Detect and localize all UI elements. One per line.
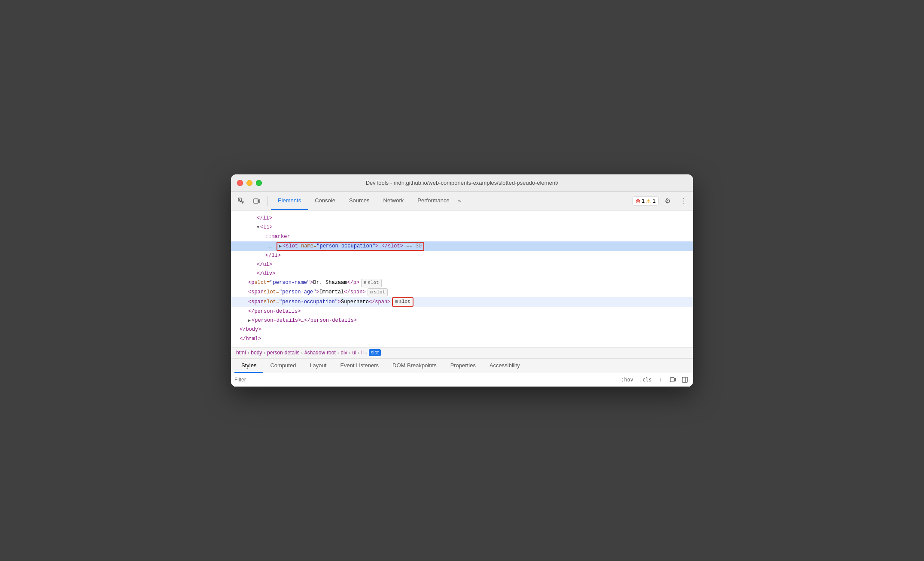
tree-line[interactable]: </body> <box>231 325 693 334</box>
slot-badge-highlighted[interactable]: ⊞ slot <box>392 297 413 307</box>
breadcrumb-body[interactable]: body <box>251 350 262 356</box>
svg-rect-2 <box>258 200 260 202</box>
window-title: DevTools - mdn.github.io/web-components-… <box>366 180 559 186</box>
hov-button[interactable]: :hov <box>619 376 635 384</box>
tree-line[interactable]: </li> <box>231 214 693 223</box>
tree-line[interactable]: </div> <box>231 269 693 278</box>
tree-line[interactable]: </html> <box>231 335 693 344</box>
tab-performance[interactable]: Performance <box>410 192 456 210</box>
traffic-lights <box>237 180 262 186</box>
toolbar-right: ⊗ 1 ⚠ 1 ⚙ ⋮ <box>632 195 690 207</box>
filter-input[interactable] <box>234 377 616 383</box>
dots-button[interactable]: … <box>265 243 275 250</box>
slot-badge-2[interactable]: ⊞ slot <box>368 288 388 297</box>
sidebar-toggle-button[interactable] <box>680 375 690 384</box>
panel-tab-computed[interactable]: Computed <box>263 359 303 373</box>
slot-badge-1[interactable]: ⊞ slot <box>361 279 381 287</box>
breadcrumb-html[interactable]: html <box>236 350 246 356</box>
filter-actions: :hov .cls + <box>619 375 690 384</box>
panel-tab-properties[interactable]: Properties <box>444 359 483 373</box>
svg-rect-5 <box>682 377 687 382</box>
breadcrumb-slot[interactable]: slot <box>369 349 381 356</box>
main-tabs: Elements Console Sources Network Perform… <box>271 192 631 210</box>
triangle-icon: ▼ <box>257 224 259 231</box>
warning-count: 1 <box>653 198 656 204</box>
tree-line[interactable]: <span slot="person-age">Immortal</span> … <box>231 288 693 297</box>
tab-console[interactable]: Console <box>308 192 342 210</box>
triangle-icon: ▶ <box>279 244 282 250</box>
inspect-element-button[interactable] <box>234 194 248 208</box>
filter-bar: :hov .cls + <box>231 373 693 387</box>
tree-line[interactable]: ▶<person-details>…</person-details> <box>231 316 693 325</box>
triangle-icon: ▶ <box>248 317 251 324</box>
error-icon: ⊗ <box>635 198 641 204</box>
selected-tree-line[interactable]: … ▶ <slot name="person-occupation">…</sl… <box>231 241 693 251</box>
more-tabs-button[interactable]: » <box>456 198 463 204</box>
panel-tab-layout[interactable]: Layout <box>303 359 333 373</box>
breadcrumb-li[interactable]: li <box>362 350 364 356</box>
error-count: 1 <box>642 198 645 204</box>
svg-rect-1 <box>254 199 258 203</box>
devtools-content: </li> ▼<li> ::marker … ▶ <slot name="per… <box>231 210 693 386</box>
error-badge: ⊗ 1 ⚠ 1 <box>632 196 659 206</box>
tree-line[interactable]: ::marker <box>231 232 693 241</box>
device-toolbar-button[interactable] <box>250 194 264 208</box>
devtools-window: DevTools - mdn.github.io/web-components-… <box>231 174 693 386</box>
elements-panel: </li> ▼<li> ::marker … ▶ <slot name="per… <box>231 210 693 347</box>
tree-line[interactable]: </li> <box>231 251 693 260</box>
minimize-button[interactable] <box>246 180 252 186</box>
maximize-button[interactable] <box>256 180 262 186</box>
panel-tab-accessibility[interactable]: Accessibility <box>483 359 527 373</box>
toolbar-divider <box>267 196 267 206</box>
tab-network[interactable]: Network <box>377 192 411 210</box>
tree-line[interactable]: </person-details> <box>231 307 693 316</box>
add-style-rule-button[interactable]: + <box>656 375 666 384</box>
highlighted-node: ▶ <slot name="person-occupation">…</slot… <box>277 242 424 251</box>
svg-rect-4 <box>675 378 676 381</box>
main-toolbar: Elements Console Sources Network Perform… <box>231 192 693 210</box>
more-options-button[interactable]: ⋮ <box>677 195 690 207</box>
breadcrumb-shadow-root[interactable]: #shadow-root <box>304 350 336 356</box>
tab-sources[interactable]: Sources <box>342 192 377 210</box>
breadcrumbs: html › body › person-details › #shadow-r… <box>231 347 693 358</box>
tree-line[interactable]: ▼<li> <box>231 223 693 232</box>
panel-tab-dom-breakpoints[interactable]: DOM Breakpoints <box>386 359 444 373</box>
tab-elements[interactable]: Elements <box>271 192 308 210</box>
settings-button[interactable]: ⚙ <box>661 195 674 207</box>
close-button[interactable] <box>237 180 243 186</box>
bottom-panel: Styles Computed Layout Event Listeners D… <box>231 358 693 387</box>
svg-rect-3 <box>670 378 674 382</box>
breadcrumb-person-details[interactable]: person-details <box>267 350 299 356</box>
tree-line[interactable]: </ul> <box>231 260 693 269</box>
panel-tab-event-listeners[interactable]: Event Listeners <box>333 359 386 373</box>
cls-button[interactable]: .cls <box>638 376 653 384</box>
panel-tab-styles[interactable]: Styles <box>234 359 263 373</box>
breadcrumb-div[interactable]: div <box>340 350 347 356</box>
titlebar: DevTools - mdn.github.io/web-components-… <box>231 174 693 192</box>
tree-line[interactable]: <p slot="person-name">Dr. Shazaam</p> ⊞ … <box>231 278 693 288</box>
breadcrumb-ul[interactable]: ul <box>353 350 356 356</box>
highlighted-tree-line[interactable]: <span slot="person-occupation">Superhero… <box>231 297 693 307</box>
warning-icon: ⚠ <box>646 198 651 204</box>
panel-tabs: Styles Computed Layout Event Listeners D… <box>231 359 693 373</box>
device-icon-button[interactable] <box>668 375 678 384</box>
